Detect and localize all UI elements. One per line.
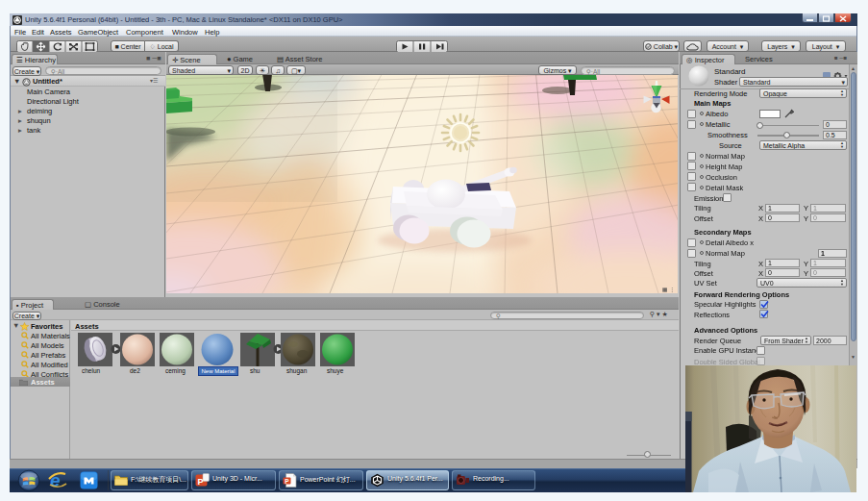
svg-text:P: P [198,477,204,487]
svg-text:P: P [285,478,289,485]
